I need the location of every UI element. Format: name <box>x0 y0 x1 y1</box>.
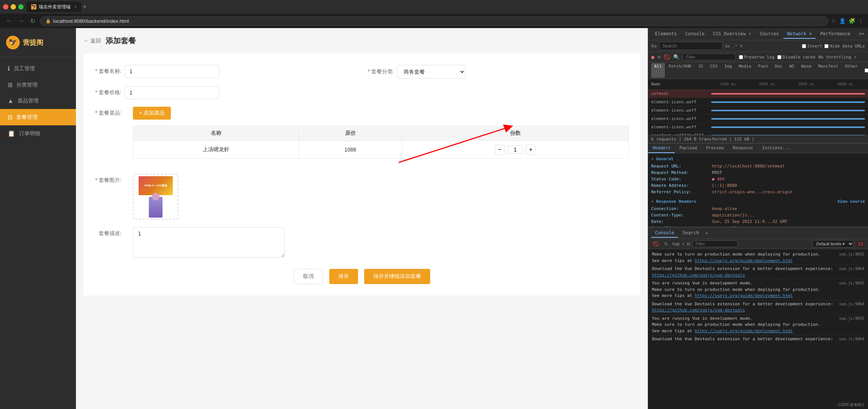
console-refresh-button[interactable]: ↻ <box>663 240 670 248</box>
type-tab-doc[interactable]: Doc <box>772 63 786 78</box>
forward-button[interactable]: → <box>17 17 26 25</box>
sidebar-item-employee[interactable]: ℹ 员工管理 <box>0 60 76 77</box>
search-icon[interactable]: 🔍 <box>673 54 680 60</box>
cancel-button[interactable]: 取消 <box>294 269 323 284</box>
link-0[interactable]: https://vuejs.org/guide/deployment.html <box>695 258 793 263</box>
network-row-font-1[interactable]: element-icons.woff <box>648 98 868 106</box>
console-top-arrow[interactable]: ▾ <box>682 242 685 246</box>
back-button[interactable]: ← <box>5 17 14 25</box>
desc-textarea[interactable]: 1 <box>133 227 285 257</box>
detail-tab-response[interactable]: Response <box>728 144 758 153</box>
preserve-log-checkbox[interactable]: Preserve log <box>739 55 774 60</box>
devtools-tab-performance[interactable]: Performance <box>816 30 854 39</box>
regex-icon[interactable]: .* <box>732 44 737 49</box>
clear-icon[interactable]: 🚫 <box>664 54 670 60</box>
stop-icon[interactable]: ⊘ <box>657 54 660 60</box>
minimize-window-button[interactable] <box>11 4 16 9</box>
hide-data-checkbox[interactable]: Hide data URLs <box>824 44 865 49</box>
network-row-setmeal[interactable]: setmeal <box>648 90 868 98</box>
image-upload[interactable]: HTML5 + CSS基础 <box>133 174 178 220</box>
maximize-window-button[interactable] <box>18 4 24 9</box>
type-tab-ws[interactable]: WS <box>786 63 797 78</box>
active-browser-tab[interactable]: 🦅 瑞吉外卖管理端 × <box>27 2 81 12</box>
console-context-icon[interactable]: ⊡ <box>687 241 690 247</box>
disable-cache-checkbox[interactable]: Disable cache <box>777 55 815 60</box>
console-level-select[interactable]: Default levels ▾ <box>812 240 854 248</box>
type-tab-css[interactable]: CSS <box>707 63 721 78</box>
hide-data-checkbox-input[interactable] <box>824 44 829 48</box>
new-tab-button[interactable]: + <box>83 3 87 11</box>
tab-close-button[interactable]: × <box>74 5 77 9</box>
save-button[interactable]: 保存 <box>329 269 358 284</box>
type-tab-js[interactable]: JS <box>695 63 706 78</box>
console-top-select[interactable]: top <box>672 242 680 246</box>
collapse-icon[interactable]: ▾ <box>651 156 654 161</box>
category-select[interactable]: 商务套餐 <box>397 65 466 79</box>
console-filter-input[interactable] <box>692 240 738 247</box>
blocked-req-input[interactable] <box>865 68 868 73</box>
case-sensitive-icon[interactable]: Aa <box>725 44 730 49</box>
blocked-requests-checkbox[interactable]: Blocked Requests <box>865 63 868 78</box>
invert-checkbox[interactable]: Invert <box>802 44 822 49</box>
close-window-button[interactable] <box>3 4 8 9</box>
detail-tab-initiator[interactable]: Initiato... <box>758 144 794 153</box>
network-row-font-3[interactable]: element-icons.woff <box>648 115 868 123</box>
view-source-link[interactable]: View source <box>837 199 865 204</box>
qty-increase-button[interactable]: + <box>526 145 536 155</box>
console-add-tab-button[interactable]: + <box>705 230 708 236</box>
settings-icon[interactable]: ⋮ <box>858 18 863 24</box>
detail-tab-payload[interactable]: Payload <box>675 144 701 153</box>
network-search-input[interactable] <box>659 42 723 50</box>
type-tab-img[interactable]: Img <box>721 63 735 78</box>
detail-tab-headers[interactable]: Headers <box>648 144 675 153</box>
throttle-arrow[interactable]: ▾ <box>854 55 857 60</box>
add-dish-button[interactable]: + 添加菜品 <box>133 107 171 120</box>
link-3[interactable]: https://github.com/vuejs/vue-devtools <box>652 308 745 313</box>
profile-icon[interactable]: 👤 <box>839 18 846 24</box>
link-2[interactable]: https://vuejs.org/guide/deployment.html <box>695 293 793 298</box>
console-clear-button[interactable]: 🚫 <box>651 240 660 248</box>
type-tab-wasm[interactable]: Wasm <box>798 63 814 78</box>
save-continue-button[interactable]: 保存并继续添加套餐 <box>364 269 430 284</box>
invert-checkbox-input[interactable] <box>802 44 806 48</box>
search-close-button[interactable]: × <box>740 43 743 49</box>
throttle-select[interactable]: No throttling <box>818 55 851 60</box>
refresh-button[interactable]: ↻ <box>29 17 37 25</box>
sidebar-item-order[interactable]: 📋 订单明细 <box>0 125 76 142</box>
devtools-tab-sources[interactable]: Sources <box>756 30 783 39</box>
qty-input[interactable] <box>508 145 523 154</box>
type-tab-manifest[interactable]: Manifest <box>815 63 841 78</box>
type-tab-font[interactable]: Font <box>755 63 772 78</box>
link-4[interactable]: https://vuejs.org/guide/deployment.html <box>695 328 793 333</box>
url-bar[interactable]: 🔒 localhost:8080/backend/index.html <box>40 16 828 26</box>
collapse-icon-resp[interactable]: ▾ <box>651 199 654 204</box>
qty-decrease-button[interactable]: − <box>495 145 505 155</box>
devtools-tab-elements[interactable]: Elements <box>651 30 681 39</box>
network-row-font-2[interactable]: element-icons.woff <box>648 106 868 115</box>
sidebar-item-setmeal[interactable]: ⊟ 套餐管理 <box>0 109 76 125</box>
type-tab-all[interactable]: All <box>651 63 665 78</box>
filter-input[interactable] <box>683 54 736 60</box>
network-row-font-4[interactable]: element-icons.woff <box>648 123 868 131</box>
extensions-icon[interactable]: 🧩 <box>849 18 855 24</box>
sidebar-item-category[interactable]: ⊞ 分类管理 <box>0 77 76 93</box>
sidebar-item-dish[interactable]: ▲ 菜品管理 <box>0 93 76 109</box>
devtools-tab-network[interactable]: Network × <box>783 30 816 39</box>
name-input[interactable] <box>125 65 219 78</box>
bookmark-icon[interactable]: ☆ <box>831 18 836 24</box>
devtools-tab-cssoverview[interactable]: CSS Overview ↑ <box>709 30 755 39</box>
detail-tab-preview[interactable]: Preview <box>702 144 728 153</box>
link-1[interactable]: https://github.com/vuejs/vue-devtools <box>652 273 745 278</box>
type-tab-media[interactable]: Media <box>735 63 754 78</box>
type-tab-fetchxhr[interactable]: Fetch/XHR <box>666 63 694 78</box>
back-link[interactable]: ← 返回 <box>84 38 101 44</box>
price-input[interactable] <box>125 86 219 99</box>
console-tab-console[interactable]: Console <box>651 229 678 238</box>
network-row-iconfont[interactable]: iconfont.woff2?t=1621231825060 <box>648 131 868 135</box>
type-tab-other[interactable]: Other <box>842 63 861 78</box>
console-tab-search[interactable]: Search <box>679 229 703 238</box>
preserve-log-input[interactable] <box>739 55 743 59</box>
devtools-tab-console[interactable]: Console <box>682 30 709 39</box>
disable-cache-input[interactable] <box>777 55 781 59</box>
record-icon[interactable]: ● <box>651 54 654 60</box>
